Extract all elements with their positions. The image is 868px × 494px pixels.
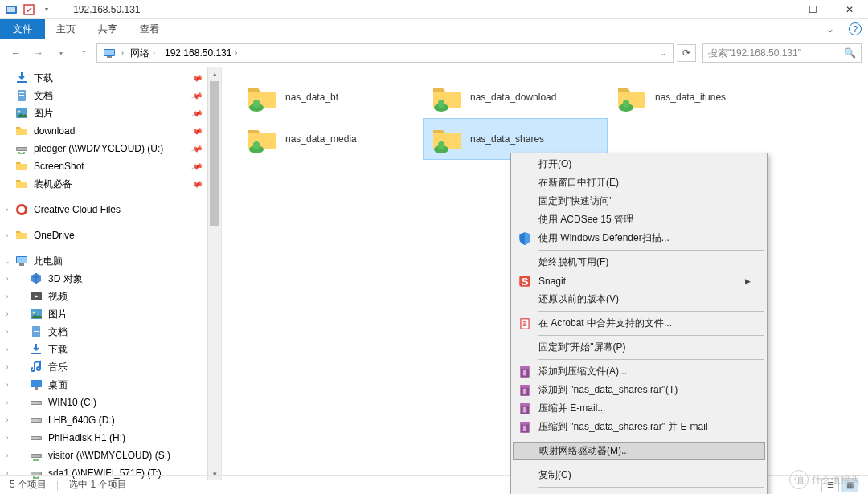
tree-item[interactable]: ›WIN10 (C:) — [0, 394, 221, 411]
menu-item[interactable]: 还原以前的版本(V) — [513, 290, 765, 308]
tree-item[interactable]: ›视频 — [0, 288, 221, 305]
tree-item[interactable]: ScreenShot📌 — [0, 157, 221, 175]
tree-item[interactable]: download📌 — [0, 122, 221, 140]
help-icon[interactable]: ? — [849, 22, 862, 35]
menu-item[interactable]: 固定到"开始"屏幕(P) — [513, 338, 765, 357]
tree-item[interactable]: ›下载 — [0, 341, 221, 358]
expand-icon[interactable]: › — [3, 206, 11, 214]
menu-item[interactable]: 创建快捷方式(S) — [513, 490, 765, 494]
expand-icon[interactable]: › — [3, 363, 11, 371]
svg-rect-18 — [17, 257, 27, 263]
expand-icon[interactable]: › — [3, 416, 11, 424]
menu-item[interactable]: 添加到压缩文件(A)... — [513, 362, 765, 381]
svg-point-31 — [39, 402, 41, 404]
svg-rect-9 — [19, 95, 24, 96]
tree-item[interactable]: ›Creative Cloud Files — [0, 201, 221, 218]
menu-item[interactable]: 压缩并 E-mail... — [513, 399, 765, 418]
refresh-button[interactable]: ⟳ — [677, 44, 696, 62]
tree-item-label: 下载 — [48, 343, 68, 357]
tree-item-label: 桌面 — [48, 378, 68, 392]
breadcrumb-host[interactable]: 192.168.50.131› — [160, 44, 242, 62]
tree-item[interactable]: ›音乐 — [0, 358, 221, 376]
tree-scrollbar[interactable]: ▴ ▾ — [207, 67, 221, 480]
tree-item[interactable]: ›图片 — [0, 305, 221, 323]
expand-icon[interactable]: › — [3, 231, 11, 239]
tab-home[interactable]: 主页 — [45, 19, 87, 39]
back-button[interactable]: ← — [6, 43, 26, 63]
recent-locations-icon[interactable]: ▾ — [51, 43, 71, 63]
expand-icon[interactable]: › — [3, 292, 11, 300]
expand-icon[interactable]: › — [3, 381, 11, 389]
file-tab[interactable]: 文件 — [0, 19, 45, 39]
expand-icon[interactable]: › — [3, 310, 11, 318]
expand-icon[interactable]: › — [3, 328, 11, 336]
tree-item[interactable]: pledger (\\WDMYCLOUD) (U:)📌 — [0, 140, 221, 157]
tree-item-label: download — [34, 125, 75, 137]
file-name: nas_data_shares — [470, 133, 544, 145]
menu-item[interactable]: 使用 ACDSee 15 管理 — [513, 210, 765, 229]
expand-icon[interactable]: › — [3, 275, 11, 283]
tree-item-label: 图片 — [34, 107, 53, 120]
tab-view[interactable]: 查看 — [129, 19, 170, 39]
ribbon-expand-icon[interactable]: ⌄ — [818, 19, 842, 39]
expand-icon[interactable]: › — [3, 345, 11, 353]
address-dropdown-icon[interactable]: ⌄ — [656, 50, 671, 57]
view-details-button[interactable]: ☰ — [821, 478, 839, 492]
menu-item[interactable]: 映射网络驱动器(M)... — [513, 442, 765, 460]
tree-item[interactable]: 图片📌 — [0, 104, 221, 122]
menu-item[interactable]: SSnagit▶ — [513, 271, 765, 290]
minimize-button[interactable]: ─ — [757, 0, 794, 19]
expand-icon[interactable]: ⌄ — [3, 257, 11, 265]
svg-rect-1 — [7, 7, 15, 12]
navigation-tree[interactable]: 下载📌文档📌图片📌download📌pledger (\\WDMYCLOUD) … — [0, 67, 222, 480]
tree-item[interactable]: ›文档 — [0, 323, 221, 341]
tree-item[interactable]: 装机必备📌 — [0, 175, 221, 193]
file-item[interactable]: nas_data_download — [423, 76, 608, 118]
tree-item[interactable]: 文档📌 — [0, 87, 221, 104]
menu-item[interactable]: 固定到"快速访问" — [513, 192, 765, 210]
expand-icon[interactable]: › — [3, 451, 11, 459]
menu-item[interactable]: 在 Acrobat 中合并支持的文件... — [513, 314, 765, 333]
tree-item[interactable]: ›LHB_640G (D:) — [0, 411, 221, 429]
breadcrumb-network[interactable]: 网络› — [125, 44, 160, 62]
tree-item[interactable]: ⌄此电脑 — [0, 252, 221, 270]
tree-item[interactable]: ›OneDrive — [0, 227, 221, 244]
menu-item[interactable]: 打开(O) — [513, 155, 765, 174]
forward-button[interactable]: → — [29, 43, 48, 63]
tree-item[interactable]: 下载📌 — [0, 69, 221, 87]
expand-icon[interactable]: › — [3, 434, 11, 442]
tree-item[interactable]: ›桌面 — [0, 376, 221, 394]
scroll-thumb[interactable] — [210, 81, 219, 226]
menu-item[interactable]: 在新窗口中打开(E) — [513, 174, 765, 192]
tree-item[interactable]: ›3D 对象 — [0, 270, 221, 288]
file-item[interactable]: nas_data_media — [238, 118, 423, 160]
view-icons-button[interactable]: ▦ — [841, 478, 858, 492]
tree-item-label: 音乐 — [48, 361, 68, 374]
pic-icon — [29, 307, 43, 321]
expand-icon[interactable]: › — [3, 398, 11, 406]
tree-item[interactable]: ›PhiHadisk H1 (H:) — [0, 429, 221, 447]
file-item[interactable]: nas_data_bt — [238, 76, 423, 118]
menu-item[interactable]: 始终脱机可用(F) — [513, 253, 765, 271]
menu-item[interactable]: 使用 Windows Defender扫描... — [513, 229, 765, 247]
close-button[interactable]: ✕ — [831, 0, 868, 19]
up-button[interactable]: ↑ — [74, 43, 93, 63]
address-bar[interactable]: › 网络› 192.168.50.131› ⌄ — [96, 43, 674, 63]
tab-share[interactable]: 共享 — [87, 19, 129, 39]
search-box[interactable]: 搜索"192.168.50.131" 🔍 — [702, 43, 862, 63]
drive-icon — [29, 395, 43, 410]
tree-item[interactable]: ›visitor (\\WDMYCLOUD) (S:) — [0, 447, 221, 464]
search-placeholder: 搜索"192.168.50.131" — [708, 47, 801, 60]
menu-item[interactable]: 复制(C) — [513, 466, 765, 484]
tree-item-label: ScreenShot — [34, 161, 84, 172]
qat-dropdown-icon[interactable]: ▾ — [40, 3, 53, 16]
menu-item-label: 使用 Windows Defender扫描... — [538, 231, 669, 245]
menu-item[interactable]: 压缩到 "nas_data_shares.rar" 并 E-mail — [513, 418, 765, 436]
maximize-button[interactable]: ☐ — [794, 0, 831, 19]
item-count: 5 个项目 — [10, 478, 47, 492]
chevron-right-icon[interactable]: › — [120, 49, 125, 57]
file-item[interactable]: nas_data_itunes — [608, 76, 792, 118]
scroll-up-icon[interactable]: ▴ — [208, 67, 221, 80]
qat-properties-icon[interactable] — [23, 3, 35, 16]
menu-item[interactable]: 添加到 "nas_data_shares.rar"(T) — [513, 381, 765, 399]
